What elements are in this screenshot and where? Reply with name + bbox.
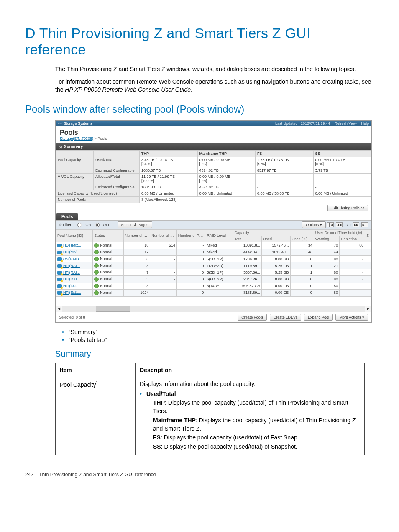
intro-para-2: For information about common Remote Web … (55, 78, 374, 94)
pool-link[interactable]: HTI(RAI... (63, 264, 80, 268)
row-estimated-configurable: Estimated Configurable (94, 167, 140, 173)
summary-desc-table: Item Description Pool Capacity1 Displays… (55, 363, 365, 455)
pager-next-button[interactable]: ▶▶ (353, 222, 359, 227)
pool-icon (57, 251, 62, 254)
page-footer-text: Thin Provisioning Z and Smart Tiers Z GU… (39, 472, 156, 478)
options-button[interactable]: Options ▾ (302, 221, 326, 228)
col-raid-level[interactable]: RAID Level (205, 229, 233, 242)
col-fs: FS (256, 150, 314, 157)
pager-last-button[interactable]: ▶| (361, 222, 368, 227)
scroll-thumb[interactable] (96, 306, 130, 312)
col-depletion[interactable]: Depletion (340, 236, 365, 242)
filter-off-radio[interactable] (95, 223, 100, 227)
col-ss: SS (313, 150, 371, 157)
selected-count: Selected: 0 of 8 (59, 315, 85, 319)
edit-tiering-policies-button[interactable]: Edit Tiering Policies (327, 205, 368, 211)
pool-link[interactable]: HTI(Ext1... (63, 290, 81, 295)
col-total[interactable]: Total (233, 236, 262, 242)
pool-icon (57, 291, 62, 295)
status-icon (94, 290, 99, 295)
help-link[interactable]: Help (361, 121, 369, 126)
filter-on-radio[interactable] (77, 223, 82, 227)
more-actions-button[interactable]: More Actions ▾ (335, 314, 368, 321)
pools-toolbar: ☆ Filter ON OFF Select All Pages Options… (56, 220, 371, 229)
row-number-of-pools: Number of Pools (56, 196, 140, 203)
filter-label: Filter (63, 223, 72, 227)
col-user-defined-threshold: User-Defined Threshold (%) (314, 229, 365, 236)
scroll-left-button[interactable]: ◀ (56, 306, 62, 312)
breadcrumb-storage[interactable]: Storage(S/N:70308) (60, 136, 93, 141)
col-status[interactable]: Status (93, 229, 123, 242)
table-row[interactable]: HTI(RAI...Normal7-05(3D+1P)3367.66...5.2… (56, 269, 371, 276)
col-pool-vols[interactable]: Number of Pool VOLs (123, 229, 150, 242)
scroll-right-button[interactable]: ▶ (365, 306, 371, 312)
col-used[interactable]: Used (262, 236, 291, 242)
last-updated: Last Updated : 2012/07/31 19:44 (275, 121, 330, 126)
row-pool-capacity: Pool Capacity (56, 157, 94, 173)
pager-prev-button[interactable]: ◀◀ (336, 222, 343, 227)
pools-table: Pool Name (ID) Status Number of Pool VOL… (56, 229, 371, 296)
intro-para-2b: . (191, 86, 192, 93)
table-row[interactable]: OS(RAID...Normal6-05(3D+1P)1786.00...0.0… (56, 256, 371, 262)
summary-table: THP Mainframe THP FS SS Pool Capacity Us… (56, 150, 371, 203)
col-primary-vols[interactable]: Number of Primary VOLs (176, 229, 205, 242)
col-vvols[interactable]: Number of V-VOLs (150, 229, 177, 242)
col-used-pct[interactable]: Used (%) (290, 236, 314, 242)
ref-summary[interactable]: “Summary” (62, 329, 374, 335)
status-icon (94, 270, 99, 275)
row-used-total: Used/Total (94, 157, 140, 167)
pager-first-button[interactable]: |◀ (327, 222, 334, 227)
select-all-pages-button[interactable]: Select All Pages (118, 221, 152, 228)
page-footer: 242 Thin Provisioning Z and Smart Tiers … (25, 472, 374, 478)
col-capacity: Capacity (233, 229, 314, 236)
pool-link[interactable]: OS(RAID... (63, 257, 82, 261)
create-ldevs-button[interactable]: Create LDEVs (270, 314, 302, 321)
col-thp: THP (140, 150, 198, 157)
pager-of: / 1 (347, 223, 351, 227)
status-icon (94, 250, 99, 254)
table-scroll-area: ◀ ▶ (56, 296, 371, 312)
row-pool-capacity-desc: Displays information about the pool capa… (136, 377, 365, 455)
ref-pools-tab[interactable]: “Pools tab tab” (62, 337, 374, 343)
table-row[interactable]: HTI(14D...Normal3-06(14D+...595.87 GB0.0… (56, 283, 371, 289)
pager-current: 1 (344, 223, 346, 227)
pool-link[interactable]: HTI(Mix)... (63, 250, 81, 254)
storage-systems-link[interactable]: << Storage Systems (58, 121, 92, 126)
table-row[interactable]: HTI(RAI...Normal3-06(6D+2P)2847.26...0.0… (56, 276, 371, 283)
col-item: Item (56, 363, 136, 377)
table-row[interactable]: HDT(Mix...Normal18514-Mixed10391.8...357… (56, 242, 371, 249)
pool-link[interactable]: HDT(Mix... (63, 243, 81, 247)
table-row[interactable]: HTI(Ext1...Normal1024-0-8185.89...0.00 G… (56, 289, 371, 296)
appendix-title: D Thin Provisioning Z and Smart Tiers Z … (25, 25, 374, 58)
create-pools-button[interactable]: Create Pools (238, 314, 267, 321)
table-row[interactable]: HTI(Mix)...Normal17-0Mixed4142.94...1819… (56, 249, 371, 255)
summary-header[interactable]: Summary (56, 143, 371, 150)
intro-para-2-guide: HP XP P9000 Remote Web Console User Guid… (65, 86, 191, 93)
intro-para-1: The Thin Provisioning Z and Smart Tiers … (55, 65, 374, 74)
pools-title: Pools (56, 126, 371, 136)
pool-icon (57, 271, 62, 275)
pool-icon (57, 278, 62, 281)
col-s[interactable]: S (365, 229, 371, 242)
pool-icon (57, 244, 62, 247)
col-mainframe-thp: Mainframe THP (197, 150, 256, 157)
col-warning[interactable]: Warning (314, 236, 339, 242)
row-pool-capacity-item: Pool Capacity1 (56, 377, 136, 455)
page-number: 242 (25, 472, 33, 478)
pool-link[interactable]: HTI(RAI... (63, 270, 80, 275)
status-icon (94, 263, 99, 268)
status-icon (94, 257, 99, 261)
status-icon (94, 243, 99, 248)
ss-topbar: << Storage Systems Last Updated : 2012/0… (56, 121, 371, 126)
row-licensed-capacity: Licensed Capacity (Used/Licensed) (56, 190, 140, 196)
status-icon (94, 284, 99, 288)
pool-link[interactable]: HTI(14D... (63, 284, 81, 288)
pool-link[interactable]: HTI(RAI... (63, 277, 80, 281)
col-pool-name[interactable]: Pool Name (ID) (56, 229, 93, 242)
breadcrumb-sep: > Pools (93, 136, 107, 141)
tab-pools[interactable]: Pools (56, 213, 78, 220)
table-row[interactable]: HTI(RAI...Normal3-01(2D+2D)1119.89...5.2… (56, 262, 371, 269)
refresh-view-link[interactable]: Refresh View (335, 121, 357, 126)
expand-pool-button[interactable]: Expand Pool (304, 314, 333, 321)
reference-list: “Summary” “Pools tab tab” (62, 329, 374, 343)
